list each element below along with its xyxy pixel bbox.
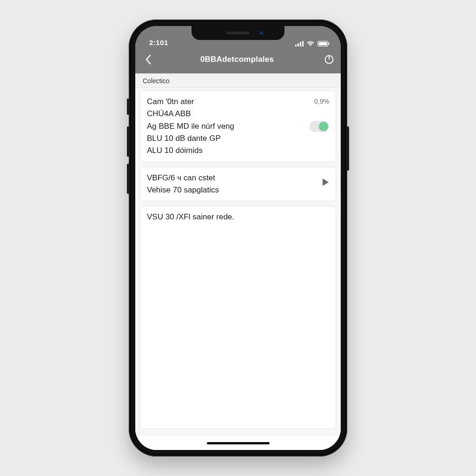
list-item-label: Ag BBE MD ile núrf veng <box>147 120 234 132</box>
content-area: Cam '0tn ater 0,9% CHÚ4A ABB Ag BBE MD i… <box>135 88 341 436</box>
svg-rect-1 <box>298 43 299 46</box>
svg-rect-6 <box>329 43 330 45</box>
status-time: 2:101 <box>149 39 168 46</box>
toggle-switch[interactable] <box>310 121 329 132</box>
list-item-label: Cam '0tn ater <box>147 96 194 108</box>
chevron-left-icon <box>145 54 152 65</box>
svg-rect-5 <box>319 42 327 46</box>
phone-side-button <box>347 126 349 171</box>
back-button[interactable] <box>140 54 157 65</box>
settings-card-3: VSU 30 /XFl sainer rede. <box>140 206 336 429</box>
list-item-label: VBFG/6 ч can cstet <box>147 172 219 184</box>
settings-card-2[interactable]: VBFG/6 ч can cstet Vehise 70 sapglatics <box>140 167 336 202</box>
status-icons <box>295 41 330 46</box>
list-item-label: VSU 30 /XFl sainer rede. <box>147 211 329 223</box>
list-item-label: BLU 10 dB dante GP <box>147 132 329 145</box>
section-header: Colectico <box>135 73 341 88</box>
list-item-label: Vehise 70 sapglatics <box>147 184 219 196</box>
list-item[interactable]: Ag BBE MD ile núrf veng <box>147 120 329 132</box>
home-indicator-area <box>135 436 341 450</box>
list-item-label: CHÚ4A ABB <box>147 108 329 120</box>
home-indicator[interactable] <box>207 442 270 444</box>
battery-icon <box>317 41 330 46</box>
svg-rect-2 <box>300 42 301 46</box>
power-icon <box>324 54 334 65</box>
svg-rect-3 <box>302 41 304 46</box>
speaker-slot <box>226 32 250 34</box>
wifi-icon <box>306 41 315 46</box>
page-title: 0BBAdetcomplales <box>157 55 317 64</box>
front-camera <box>259 31 264 35</box>
nav-action-button[interactable] <box>317 54 334 65</box>
play-icon <box>322 178 329 190</box>
phone-side-button <box>127 164 129 194</box>
list-item-value: 0,9% <box>314 97 329 107</box>
list-item[interactable]: Cam '0tn ater 0,9% <box>147 96 329 108</box>
phone-notch <box>192 26 284 40</box>
phone-frame: 2:101 <box>129 20 347 456</box>
phone-side-button <box>127 126 129 157</box>
phone-side-button <box>127 99 129 115</box>
settings-card-1: Cam '0tn ater 0,9% CHÚ4A ABB Ag BBE MD i… <box>140 91 336 162</box>
toggle-knob <box>319 122 328 131</box>
phone-screen: 2:101 <box>135 26 341 450</box>
svg-rect-0 <box>295 45 297 46</box>
list-item-label: ALU 10 dóimids <box>147 145 329 157</box>
cellular-signal-icon <box>295 41 304 46</box>
nav-bar: 0BBAdetcomplales <box>135 49 341 73</box>
svg-marker-9 <box>323 178 329 186</box>
